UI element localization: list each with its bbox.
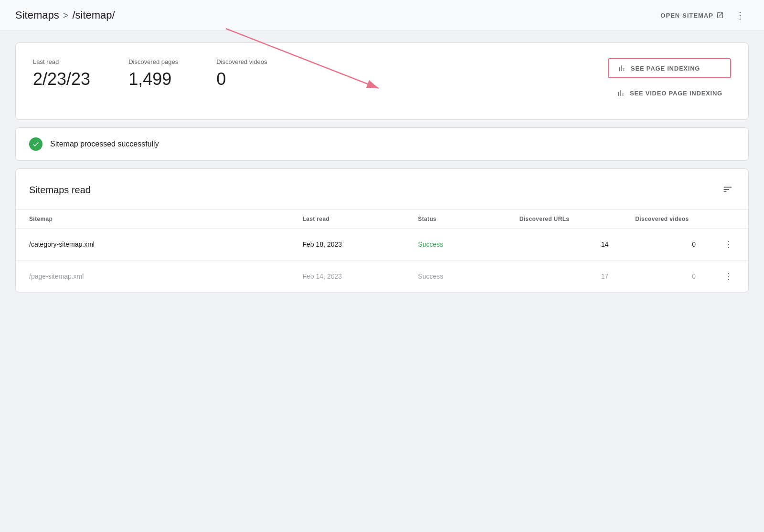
col-header-last-read: Last read — [289, 210, 405, 229]
cell-status: Success — [404, 261, 506, 292]
last-read-label: Last read — [33, 58, 90, 65]
col-header-discovered-urls: Discovered URLs — [506, 210, 622, 229]
last-read-stat: Last read 2/23/23 — [33, 58, 90, 89]
header-actions: OPEN SITEMAP ⋮ — [660, 8, 749, 23]
cell-discovered-videos: 0 — [622, 229, 709, 261]
breadcrumb-current: /sitemap/ — [72, 9, 115, 21]
cell-status: Success — [404, 229, 506, 261]
breadcrumb-root[interactable]: Sitemaps — [15, 9, 59, 21]
external-link-icon — [716, 11, 724, 19]
filter-button[interactable] — [721, 182, 735, 198]
bar-chart-icon — [617, 64, 626, 73]
success-card: Sitemap processed successfully — [15, 127, 749, 161]
cell-last-read: Feb 18, 2023 — [289, 229, 405, 261]
col-header-discovered-videos: Discovered videos — [622, 210, 709, 229]
cell-discovered-urls: 14 — [506, 229, 622, 261]
main-content: Last read 2/23/23 Discovered pages 1,499… — [0, 31, 764, 304]
discovered-pages-value: 1,499 — [128, 69, 178, 89]
discovered-pages-stat: Discovered pages 1,499 — [128, 58, 178, 89]
discovered-videos-label: Discovered videos — [216, 58, 267, 65]
cell-action: ⋮ — [709, 261, 748, 292]
cell-action: ⋮ — [709, 229, 748, 261]
sitemaps-table: Sitemap Last read Status Discovered URLs… — [16, 209, 748, 292]
cell-sitemap: /category-sitemap.xml — [16, 229, 289, 261]
table-title: Sitemaps read — [29, 185, 91, 196]
stats-card: Last read 2/23/23 Discovered pages 1,499… — [15, 42, 749, 120]
cell-discovered-videos: 0 — [622, 261, 709, 292]
cell-sitemap: /page-sitemap.xml — [16, 261, 289, 292]
discovered-videos-value: 0 — [216, 69, 267, 89]
row-more-button[interactable]: ⋮ — [722, 237, 735, 251]
col-header-action — [709, 210, 748, 229]
table-row: /page-sitemap.xml Feb 14, 2023 Success 1… — [16, 261, 748, 292]
see-page-indexing-button[interactable]: SEE PAGE INDEXING — [608, 58, 731, 78]
bar-chart-icon-2 — [616, 89, 625, 97]
filter-icon — [722, 184, 733, 195]
success-message: Sitemap processed successfully — [50, 140, 159, 148]
discovered-videos-stat: Discovered videos 0 — [216, 58, 267, 89]
table-header: Sitemap Last read Status Discovered URLs… — [16, 210, 748, 229]
col-header-status: Status — [404, 210, 506, 229]
row-more-button[interactable]: ⋮ — [722, 269, 735, 283]
cell-last-read: Feb 14, 2023 — [289, 261, 405, 292]
sitemaps-read-card: Sitemaps read Sitemap Last read Status D… — [15, 168, 749, 292]
action-buttons: SEE PAGE INDEXING SEE VIDEO PAGE INDEXIN… — [608, 58, 731, 102]
breadcrumb-separator: > — [63, 10, 69, 21]
checkmark-icon — [32, 140, 40, 148]
last-read-value: 2/23/23 — [33, 69, 90, 89]
discovered-pages-label: Discovered pages — [128, 58, 178, 65]
col-header-sitemap: Sitemap — [16, 210, 289, 229]
success-icon — [29, 137, 42, 151]
open-sitemap-button[interactable]: OPEN SITEMAP — [660, 11, 724, 19]
page-header: Sitemaps > /sitemap/ OPEN SITEMAP ⋮ — [0, 0, 764, 31]
stats-grid: Last read 2/23/23 Discovered pages 1,499… — [33, 58, 731, 102]
table-header-row: Sitemaps read — [16, 182, 748, 209]
breadcrumb: Sitemaps > /sitemap/ — [15, 9, 115, 21]
more-options-button[interactable]: ⋮ — [732, 8, 749, 23]
cell-discovered-urls: 17 — [506, 261, 622, 292]
table-row: /category-sitemap.xml Feb 18, 2023 Succe… — [16, 229, 748, 261]
see-video-page-indexing-button[interactable]: SEE VIDEO PAGE INDEXING — [608, 84, 731, 102]
